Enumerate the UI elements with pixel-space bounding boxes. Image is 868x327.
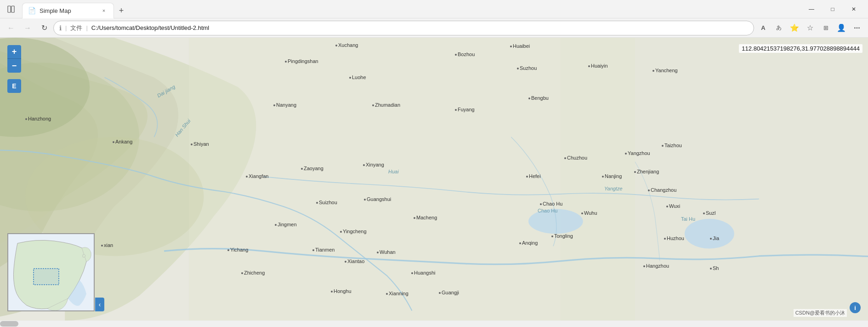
address-separator2: | <box>86 24 87 31</box>
address-bar[interactable]: ℹ | 文件 | C:/Users/tomcat/Desktop/test/Un… <box>53 21 754 35</box>
refresh-button[interactable]: ↻ <box>37 21 51 35</box>
address-url: C:/Users/tomcat/Desktop/test/Untitled-2.… <box>91 24 209 31</box>
collections-button[interactable]: ⊞ <box>818 21 833 35</box>
file-label: 文件 <box>70 24 82 32</box>
tab-icon: 📄 <box>28 7 36 14</box>
mini-map <box>7 233 95 311</box>
favorites-button[interactable]: ⭐ <box>787 21 802 35</box>
active-tab[interactable]: 📄 Simple Map × <box>22 3 114 18</box>
new-tab-button[interactable]: + <box>114 4 129 18</box>
scrollbar-thumb[interactable] <box>0 321 18 327</box>
map-background <box>0 38 868 321</box>
zoom-in-button[interactable]: + <box>7 45 21 59</box>
svg-rect-0 <box>8 6 11 12</box>
svg-point-7 <box>528 209 583 234</box>
zoom-out-button[interactable]: − <box>7 59 21 73</box>
map-area[interactable]: XuchangPingdingshanBozhouHuaibeiLuoheNan… <box>0 38 868 321</box>
add-to-favorites-button[interactable]: ☆ <box>803 21 817 35</box>
address-separator: | <box>65 24 67 31</box>
profile-button[interactable]: 👤 <box>834 21 849 35</box>
svg-rect-10 <box>34 269 59 285</box>
maximize-button[interactable]: □ <box>822 2 843 17</box>
page-info-icon[interactable]: ℹ <box>59 24 62 32</box>
minimize-button[interactable]: — <box>801 2 822 17</box>
more-button[interactable]: ··· <box>850 21 864 35</box>
coordinates-display: 112.80421537198276,31.977028898894444 <box>739 44 862 53</box>
close-button[interactable]: ✕ <box>843 2 864 17</box>
sidebar-toggle-button[interactable] <box>4 2 18 17</box>
svg-point-8 <box>685 219 734 249</box>
attribution-text: CSDN@爱看书的小沐 <box>794 309 847 317</box>
tab-title: Simple Map <box>40 7 96 14</box>
tab-close-button[interactable]: × <box>100 6 108 15</box>
mini-map-inner <box>8 234 94 310</box>
nav-right-icons: A あ ⭐ ☆ ⊞ 👤 ··· <box>756 21 864 35</box>
mini-map-svg <box>8 234 95 311</box>
map-zoom-controls: + − <box>7 45 21 73</box>
window-buttons: — □ ✕ <box>801 2 864 17</box>
read-aloud-button[interactable]: A <box>756 21 771 35</box>
map-e-button[interactable]: E <box>7 79 21 93</box>
title-bar: 📄 Simple Map × + — □ ✕ <box>0 0 868 18</box>
translate-button[interactable]: あ <box>772 21 786 35</box>
horizontal-scrollbar[interactable] <box>0 321 868 327</box>
info-button[interactable]: i <box>850 302 861 313</box>
mini-map-toggle-button[interactable]: ‹ <box>95 298 104 311</box>
scrollbar-track <box>0 321 868 327</box>
browser-frame: 📄 Simple Map × + — □ ✕ ← → ↻ ℹ | 文件 | C:… <box>0 0 868 327</box>
back-button[interactable]: ← <box>4 21 18 35</box>
forward-button[interactable]: → <box>20 21 35 35</box>
svg-rect-1 <box>11 6 14 12</box>
nav-bar: ← → ↻ ℹ | 文件 | C:/Users/tomcat/Desktop/t… <box>0 18 868 38</box>
tab-bar: 📄 Simple Map × + <box>22 0 797 18</box>
